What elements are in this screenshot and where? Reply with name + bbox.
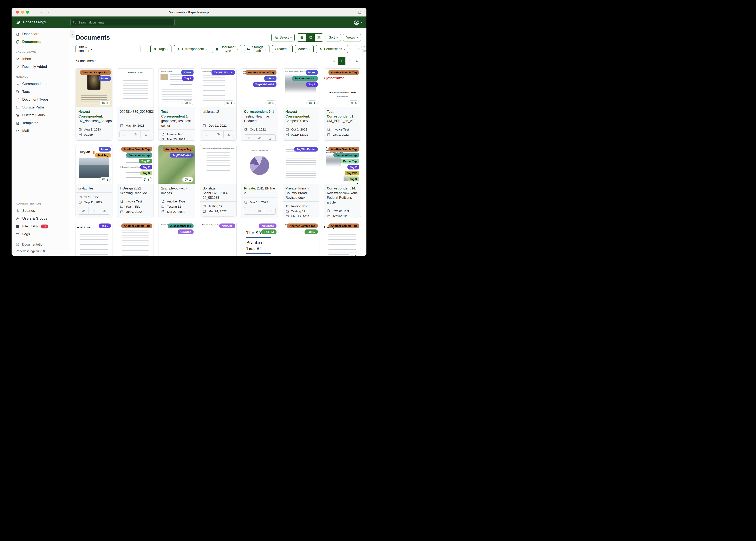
document-title-link[interactable]: Sonstige ScanPC2022 03-24_081058	[200, 184, 236, 202]
select-button[interactable]: Select▾	[271, 34, 295, 41]
pagination-page-button[interactable]: 2	[345, 57, 353, 65]
tag-chip[interactable]: Another Sample Tag	[121, 224, 152, 228]
tag-chip[interactable]: Tag 12	[139, 159, 152, 164]
document-thumbnail[interactable]: Country,Region/State,TagWithPartial1	[200, 69, 236, 107]
pagination-page-button[interactable]: 1	[338, 57, 346, 65]
download-button[interactable]	[141, 217, 151, 217]
comment-count-badge[interactable]: 5	[348, 254, 359, 256]
close-button[interactable]	[16, 11, 19, 14]
sidebar-item-documents[interactable]: Documents	[12, 38, 70, 46]
title-content-filter-input[interactable]	[95, 45, 141, 53]
document-thumbnail[interactable]: Lorem ipsumTag 2	[76, 222, 112, 256]
sidebar-item-mail[interactable]: Mail	[12, 127, 70, 135]
view-button[interactable]	[254, 208, 265, 215]
sidebar-item-correspondents[interactable]: Correspondents	[12, 80, 70, 88]
tag-chip[interactable]: Another Sample Tag	[328, 147, 359, 152]
pagination-next-button[interactable]: »	[353, 57, 361, 65]
tag-chip[interactable]: NewOne	[219, 224, 235, 228]
tag-chip[interactable]: TagWithPartial	[170, 153, 194, 158]
document-title-link[interactable]: InDesign 2022 Scripting Read Me	[117, 184, 154, 197]
sidebar-item-storage-paths[interactable]: Storage Paths	[12, 104, 70, 111]
tag-chip[interactable]: Another Sample Tag	[287, 224, 318, 228]
pagination-first-button[interactable]: «	[330, 57, 338, 65]
tag-chip[interactable]: Partial Tag	[341, 159, 359, 164]
sidebar-item-logs[interactable]: Logs	[12, 230, 70, 238]
view-button[interactable]	[130, 217, 141, 217]
filter-button-created[interactable]: Created▾	[272, 45, 293, 53]
document-thumbnail[interactable]: Another Sample Tag	[117, 222, 154, 256]
user-menu[interactable]: ▾	[353, 19, 362, 25]
tag-chip[interactable]: Tag 2	[182, 76, 194, 81]
download-button[interactable]	[182, 217, 193, 217]
edit-button[interactable]	[120, 131, 130, 138]
document-title-link[interactable]: 2sample-pdf-with-images	[158, 184, 195, 197]
download-button[interactable]	[141, 131, 151, 138]
download-button[interactable]	[223, 131, 234, 138]
comment-count-badge[interactable]: 1	[182, 177, 193, 182]
document-thumbnail[interactable]: TagWithPartial	[283, 145, 319, 184]
sidebar-item-settings[interactable]: Settings	[12, 207, 70, 215]
sidebar-item-templates[interactable]: Templates	[12, 119, 70, 127]
tag-chip[interactable]: Just another tag	[168, 224, 194, 228]
sidebar-item-users-groups[interactable]: Users & Groups	[12, 215, 70, 223]
edit-button[interactable]	[244, 208, 254, 215]
view-button[interactable]	[213, 217, 223, 217]
tag-chip[interactable]: Tag 2	[347, 165, 359, 170]
comment-count-badge[interactable]: 1	[306, 100, 318, 105]
tag-chip[interactable]: Tag 3	[140, 171, 152, 176]
app-brand[interactable]: Paperless-ngx	[16, 20, 70, 25]
tag-chip[interactable]: TagWithPartial	[253, 82, 276, 87]
comment-count-badge[interactable]: 6	[141, 177, 152, 182]
tag-chip[interactable]: Tag 222	[345, 171, 359, 176]
view-button[interactable]	[213, 131, 223, 138]
document-thumbnail[interactable]: InDesign Scripting DocumentationAnother …	[117, 145, 154, 184]
edit-button[interactable]	[327, 140, 337, 141]
filter-button-correspondent[interactable]: Correspondent▾	[174, 45, 210, 53]
edit-button[interactable]	[244, 135, 254, 141]
grid-view-button[interactable]	[306, 34, 314, 41]
document-thumbnail[interactable]: Another Sample TagTagWithPartial1	[158, 145, 195, 184]
tag-chip[interactable]: Just another tag	[126, 153, 152, 158]
tag-chip[interactable]: Another Sample Tag	[328, 70, 359, 75]
document-title-link[interactable]: Correspondent 9: 1 Testing New Title Upd…	[241, 107, 278, 125]
document-title-link[interactable]: Private: French Country Bread Revised.do…	[283, 184, 319, 202]
tag-chip[interactable]: Tag 12	[305, 230, 318, 234]
document-thumbnail[interactable]: DrylabInboxTest Tag1	[76, 145, 112, 184]
document-thumbnail[interactable]: CyberPowerPowerPanel® Business EditionUs…	[324, 69, 361, 107]
sidebar-item-inbox[interactable]: Inbox	[12, 55, 70, 63]
tag-chip[interactable]: Another Sample Tag	[163, 147, 194, 152]
tag-chip[interactable]: Another Sample Tag	[121, 147, 152, 152]
filter-button-storage-path[interactable]: Storage path▾	[244, 45, 269, 53]
forward-button[interactable]: ›	[48, 10, 49, 14]
cards-view-button[interactable]	[314, 34, 323, 41]
sidebar-item-recently-added[interactable]: Recently Added	[12, 63, 70, 71]
download-button[interactable]	[265, 135, 275, 141]
edit-button[interactable]	[202, 217, 213, 217]
document-title-link[interactable]: drylab Test	[76, 184, 112, 192]
sidebar-item-dashboard[interactable]: Dashboard	[12, 30, 70, 38]
edit-button[interactable]	[78, 208, 89, 215]
filter-button-permissions[interactable]: Permissions▾	[316, 45, 348, 53]
comment-count-badge[interactable]: 1	[99, 177, 111, 182]
view-button[interactable]	[89, 140, 99, 141]
tag-chip[interactable]: Tag 12	[261, 230, 276, 234]
zoom-button[interactable]	[26, 11, 29, 14]
tag-chip[interactable]: Test Tag	[95, 153, 111, 158]
download-button[interactable]	[348, 140, 358, 141]
sidebar-item-document-types[interactable]: Document Types	[12, 96, 70, 104]
tag-chip[interactable]: Just another tag	[292, 76, 318, 81]
list-view-button[interactable]	[297, 34, 306, 41]
sidebar-item-tags[interactable]: Tags	[12, 88, 70, 96]
share-icon[interactable]	[358, 10, 362, 14]
download-button[interactable]	[306, 140, 317, 141]
document-thumbnail[interactable]: This is a multi page document. Page 1.Ne…	[200, 222, 236, 256]
download-button[interactable]	[99, 140, 110, 141]
edit-button[interactable]	[285, 140, 296, 141]
document-thumbnail[interactable]: Another Sample TagInbox2	[76, 69, 112, 107]
download-button[interactable]	[223, 217, 234, 217]
document-title-link[interactable]: 0004814539_20230531	[117, 107, 154, 121]
comment-count-badge[interactable]: 1	[265, 100, 276, 105]
document-thumbnail[interactable]: Review of Arbitral Awards Shows Swift Re…	[324, 145, 361, 184]
tag-chip[interactable]: Inbox	[264, 76, 276, 81]
document-thumbnail[interactable]: one,1.0 five,5.0Another Sample TagInboxT…	[241, 69, 278, 107]
